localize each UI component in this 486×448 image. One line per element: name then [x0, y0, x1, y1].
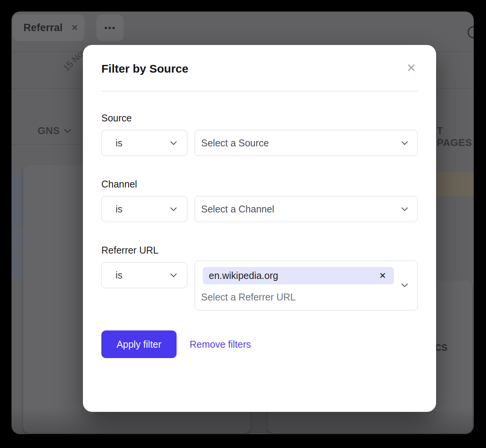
chevron-down-icon	[170, 141, 177, 145]
filter-chip-referral[interactable]: Referral ✕	[13, 15, 84, 41]
referrer-placeholder: Select a Referrer URL	[201, 292, 296, 303]
source-operator-select[interactable]: is	[101, 130, 187, 156]
channel-operator-select[interactable]: is	[101, 196, 187, 222]
filter-by-source-dialog: Filter by Source ✕ Source is Select a So…	[83, 45, 436, 412]
chart-bar	[436, 172, 474, 196]
dialog-close-icon[interactable]: ✕	[405, 61, 418, 75]
column-header-campaigns-truncated[interactable]: GNS	[38, 125, 71, 137]
dialog-title: Filter by Source	[101, 61, 188, 76]
card-title-fragment: CS	[435, 343, 448, 353]
apply-filter-button[interactable]: Apply filter	[101, 330, 177, 358]
channel-field-label: Channel	[101, 178, 418, 190]
chevron-down-icon	[64, 129, 71, 133]
referrer-url-field-label: Referrer URL	[101, 244, 418, 256]
chevron-down-icon	[401, 283, 408, 287]
chevron-down-icon	[401, 141, 408, 145]
selected-referrer-tag[interactable]: en.wikipedia.org ✕	[203, 267, 394, 284]
source-field-label: Source	[101, 112, 418, 124]
source-value-select[interactable]: Select a Source	[195, 130, 418, 156]
referrer-operator-select[interactable]: is	[101, 262, 187, 288]
channel-value-select[interactable]: Select a Channel	[195, 196, 418, 222]
search-icon[interactable]	[468, 26, 474, 38]
remove-filters-link[interactable]: Remove filters	[190, 339, 251, 350]
column-header-pages-truncated: T PAGES	[437, 125, 474, 149]
referrer-value-combobox[interactable]: en.wikipedia.org ✕ Select a Referrer URL	[195, 261, 418, 310]
more-options-button[interactable]: ⋯	[96, 15, 124, 41]
chip-close-icon[interactable]: ✕	[71, 23, 78, 32]
filter-chip-label: Referral	[23, 22, 63, 34]
tag-remove-icon[interactable]: ✕	[379, 272, 386, 280]
divider	[101, 91, 418, 91]
chevron-down-icon	[170, 273, 177, 277]
chevron-down-icon	[401, 207, 408, 211]
chevron-down-icon	[170, 207, 177, 211]
